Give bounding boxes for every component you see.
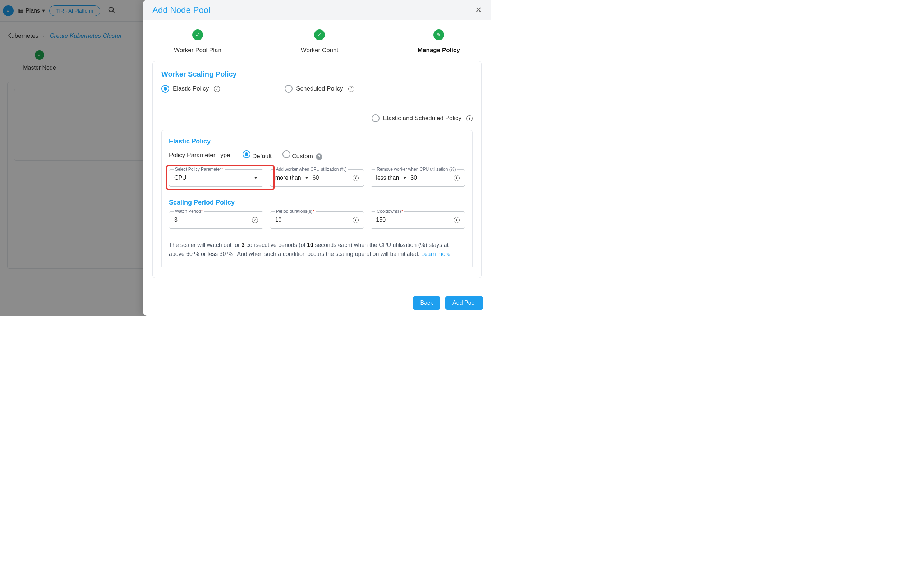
step-line [343,35,413,35]
step-line [226,35,296,35]
add-worker-threshold[interactable]: Add worker when CPU utilization (%) more… [270,169,365,187]
scaling-period-title: Scaling Period Policy [169,199,465,206]
check-icon: ✓ [314,29,325,40]
radio-icon [285,85,292,93]
add-pool-button[interactable]: Add Pool [445,296,483,310]
watch-period-field[interactable]: Watch Period* i [169,211,263,229]
policy-panel: Worker Scaling Policy Elastic Policy i S… [152,61,482,278]
field-label: Select Policy Parameter* [174,167,224,172]
elastic-policy-title: Elastic Policy [169,138,465,145]
info-icon[interactable]: i [453,217,460,223]
watch-period-input[interactable] [174,217,249,223]
chevron-down-icon: ▼ [254,175,258,181]
worker-scaling-title: Worker Scaling Policy [161,70,473,78]
param-type-label: Policy Parameter Type: [169,152,232,159]
modal-stepper: ✓ Worker Pool Plan ✓ Worker Count ✎ Mana… [152,29,482,61]
step-worker-count[interactable]: ✓ Worker Count [301,29,339,54]
chevron-down-icon: ▼ [402,175,407,181]
radio-default[interactable]: Default [242,150,271,160]
elastic-fields-row: Select Policy Parameter* CPU ▼ Add worke… [169,169,465,187]
select-policy-parameter[interactable]: Select Policy Parameter* CPU ▼ [169,169,263,187]
field-label: Remove worker when CPU utilization (%) [375,167,457,172]
modal-header: Add Node Pool ✕ [143,0,491,20]
back-button[interactable]: Back [413,296,440,310]
elastic-policy-panel: Elastic Policy Policy Parameter Type: De… [161,130,473,268]
field-label: Period durations(s)* [274,209,316,214]
info-icon[interactable]: i [453,175,460,181]
cooldown-field[interactable]: Cooldown(s)* i [371,211,465,229]
step-worker-pool-plan[interactable]: ✓ Worker Pool Plan [174,29,221,54]
radio-icon [161,85,169,93]
param-type-row: Policy Parameter Type: Default Custom ? [169,150,465,160]
period-duration-input[interactable] [275,217,349,223]
radio-icon [242,150,250,158]
radio-icon [371,114,379,122]
radio-elastic[interactable]: Elastic Policy i [161,85,220,93]
field-label: Cooldown(s)* [375,209,404,214]
period-duration-field[interactable]: Period durations(s)* i [270,211,365,229]
step-manage-policy[interactable]: ✎ Manage Policy [418,29,460,54]
scaler-description: The scaler will watch out for 3 consecut… [169,241,465,259]
chevron-down-icon: ▼ [305,175,309,181]
help-icon[interactable]: ? [316,153,323,160]
radio-scheduled[interactable]: Scheduled Policy i [285,85,354,93]
info-icon[interactable]: i [348,86,354,92]
close-icon[interactable]: ✕ [475,5,482,15]
cooldown-input[interactable] [376,217,450,223]
info-icon[interactable]: i [252,217,258,223]
scaling-period-fields: Watch Period* i Period durations(s)* i C… [169,211,465,229]
check-icon: ✓ [192,29,203,40]
info-icon[interactable]: i [214,86,220,92]
field-label: Add worker when CPU utilization (%) [274,167,348,172]
radio-custom[interactable]: Custom ? [282,150,323,160]
radio-icon [282,150,290,158]
field-label: Watch Period* [174,209,204,214]
modal-body: ✓ Worker Pool Plan ✓ Worker Count ✎ Mana… [143,20,491,291]
scaling-policy-radio-group: Elastic Policy i Scheduled Policy i Elas… [161,85,473,122]
remove-worker-threshold[interactable]: Remove worker when CPU utilization (%) l… [371,169,465,187]
modal-footer: Back Add Pool [143,291,491,315]
learn-more-link[interactable]: Learn more [421,251,451,257]
edit-icon: ✎ [433,29,444,40]
info-icon[interactable]: i [466,115,473,121]
info-icon[interactable]: i [353,175,359,181]
info-icon[interactable]: i [353,217,359,223]
radio-both[interactable]: Elastic and Scheduled Policy i [371,114,473,122]
modal-title: Add Node Pool [152,5,210,15]
add-node-pool-modal: Add Node Pool ✕ ✓ Worker Pool Plan ✓ Wor… [143,0,491,315]
